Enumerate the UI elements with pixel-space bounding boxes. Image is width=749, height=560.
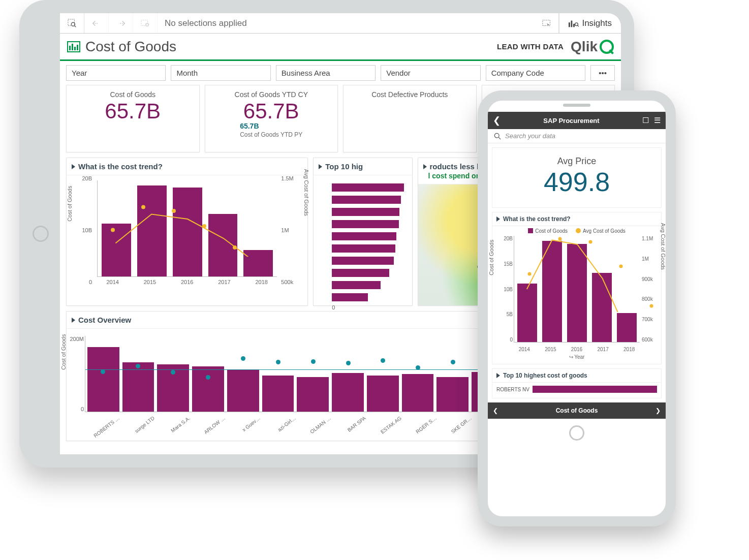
- phone-frame: ❮ SAP Procurement ☐ ☰ Search your data A…: [478, 90, 676, 526]
- clear-selections-icon[interactable]: [133, 13, 158, 33]
- step-back-icon[interactable]: [84, 13, 109, 33]
- selection-status-text: No selections applied: [158, 13, 535, 33]
- filter-month[interactable]: Month: [171, 65, 270, 81]
- y-ticks: 200M0: [67, 336, 84, 412]
- selections-tool-icon[interactable]: [535, 13, 559, 33]
- kpi-defective[interactable]: Cost Defective Products: [343, 85, 477, 152]
- top10-bars: [317, 180, 409, 304]
- kpi-sub: 65.7B Cost of Goods YTD PY: [240, 122, 302, 139]
- search-placeholder: Search your data: [505, 132, 555, 140]
- smart-search-icon[interactable]: [60, 13, 84, 33]
- kpi-label: Cost Defective Products: [351, 90, 469, 99]
- expand-icon[interactable]: [319, 164, 322, 169]
- filter-company-code[interactable]: Company Code: [486, 65, 585, 81]
- phone-line: [514, 236, 666, 312]
- svg-point-15: [233, 245, 237, 250]
- phone-footer: ❮ Cost of Goods ❯: [488, 402, 666, 419]
- kpi-label: Avg Price: [492, 156, 661, 167]
- phone-trend-panel[interactable]: What is the cost trend? Cost of Goods Av…: [492, 212, 662, 364]
- next-sheet-icon[interactable]: ❯: [656, 407, 661, 414]
- svg-line-17: [498, 137, 501, 139]
- insights-icon: [569, 19, 579, 27]
- sheet-icon: [67, 41, 80, 52]
- svg-point-11: [111, 228, 115, 232]
- tablet-home-button[interactable]: [33, 226, 49, 242]
- expand-icon[interactable]: [423, 164, 427, 169]
- footer-title: Cost of Goods: [556, 407, 598, 414]
- y-ticks-left: 20B15B10B5B0: [494, 236, 513, 343]
- kpi-label: Cost of Goods: [74, 90, 192, 99]
- expand-icon[interactable]: [496, 216, 500, 222]
- svg-line-2: [74, 25, 76, 27]
- bar-label: ROBERTS NV: [496, 387, 529, 392]
- phone-search[interactable]: Search your data: [488, 129, 666, 143]
- svg-rect-8: [573, 23, 575, 26]
- trend-plot: [97, 180, 277, 277]
- x-categories: 20142015201620172018: [97, 279, 277, 285]
- filter-more-button[interactable]: •••: [590, 65, 615, 81]
- phone-kpi[interactable]: Avg Price 499.8: [492, 147, 662, 208]
- panel-cost-trend[interactable]: What is the cost trend? Cost of Goods Av…: [66, 158, 308, 306]
- insights-button[interactable]: Insights: [559, 13, 621, 33]
- svg-point-14: [202, 224, 206, 228]
- axis-label: Cost of Goods: [488, 240, 494, 275]
- insights-label: Insights: [582, 18, 612, 28]
- qlik-logo: Qlik: [571, 39, 614, 55]
- filter-vendor[interactable]: Vendor: [381, 65, 480, 81]
- kpi-cost-ytd-cy[interactable]: Cost of Goods YTD CY 65.7B 65.7B Cost of…: [205, 85, 338, 152]
- filter-row: Year Month Business Area Vendor Company …: [60, 61, 621, 85]
- x-axis-label: ↪ Year: [492, 352, 661, 364]
- qlik-q-icon: [600, 40, 614, 54]
- panel-top10[interactable]: Top 10 hig 0: [313, 158, 412, 306]
- kpi-label: Cost of Goods YTD CY: [212, 90, 331, 99]
- phone-chin: [488, 419, 666, 447]
- kpi-cost-of-goods[interactable]: Cost of Goods 65.7B: [66, 85, 200, 152]
- x-categories: 20142015201620172018: [514, 347, 640, 352]
- axis-zero: 0: [317, 304, 409, 310]
- step-forward-icon[interactable]: [109, 13, 133, 33]
- back-icon[interactable]: ❮: [493, 115, 501, 126]
- axis-label: Cost of Goods: [60, 334, 67, 370]
- panel-title: What is the cost trend?: [78, 162, 163, 171]
- svg-rect-6: [569, 22, 570, 27]
- title-bar: Cost of Goods LEAD WITH DATA Qlik: [60, 34, 621, 61]
- panel-title: Top 10 hig: [325, 162, 363, 171]
- kpi-value: 65.7B: [74, 101, 192, 122]
- expand-icon[interactable]: [72, 318, 75, 323]
- panel-subtitle: l cost spend on: [423, 172, 481, 180]
- svg-line-10: [578, 25, 579, 26]
- trend-line: [98, 180, 250, 257]
- phone-home-button[interactable]: [569, 425, 584, 441]
- menu-icon[interactable]: ☰: [654, 116, 661, 125]
- svg-point-13: [172, 209, 176, 213]
- search-icon: [494, 133, 501, 140]
- phone-speaker: [563, 104, 590, 107]
- svg-point-9: [575, 22, 578, 25]
- panel-title: roducts less li: [430, 162, 481, 171]
- filter-year[interactable]: Year: [66, 65, 166, 81]
- svg-point-19: [558, 237, 562, 241]
- phone-header: ❮ SAP Procurement ☐ ☰: [488, 112, 666, 129]
- panel-title: What is the cost trend?: [503, 215, 571, 223]
- phone-top10-panel[interactable]: Top 10 highest cost of goods ROBERTS NV: [492, 368, 662, 398]
- y-ticks-left: 20B10B0: [77, 175, 92, 285]
- filter-business-area[interactable]: Business Area: [276, 65, 376, 81]
- phone-legend: Cost of Goods Avg Cost of Goods: [492, 226, 661, 236]
- svg-point-12: [141, 205, 145, 209]
- svg-rect-5: [543, 20, 550, 25]
- hbar: [533, 386, 657, 393]
- svg-point-20: [589, 240, 592, 244]
- sheet-title: Cost of Goods: [85, 39, 497, 55]
- svg-point-16: [494, 133, 499, 138]
- phone-plot: [514, 236, 640, 343]
- svg-point-21: [619, 265, 623, 268]
- axis-label: Cost of Goods: [67, 186, 73, 222]
- bookmark-icon[interactable]: ☐: [642, 116, 649, 125]
- prev-sheet-icon[interactable]: ❮: [493, 407, 498, 414]
- kpi-value: 65.7B: [243, 99, 299, 123]
- svg-point-22: [650, 304, 653, 308]
- y-ticks-right: 1.5M1M500k: [281, 175, 298, 285]
- panel-title: Cost Overview: [78, 316, 131, 324]
- expand-icon[interactable]: [72, 164, 75, 169]
- expand-icon[interactable]: [496, 373, 500, 378]
